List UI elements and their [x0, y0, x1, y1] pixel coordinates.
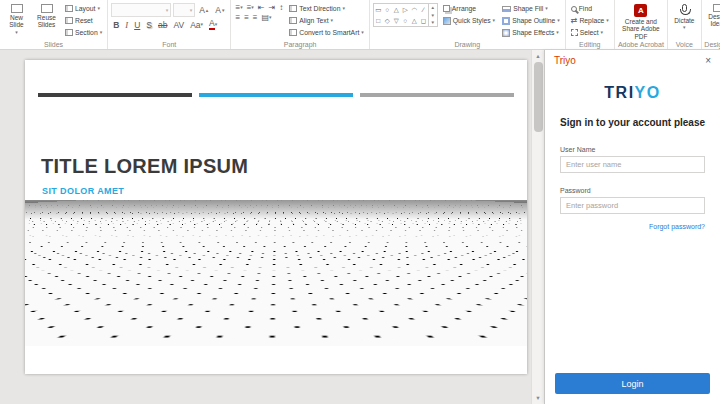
- shape-icon[interactable]: ∕: [419, 4, 428, 15]
- arrange-button[interactable]: Arrange: [441, 3, 497, 14]
- text-direction-button[interactable]: Text Direction ▾: [287, 3, 366, 14]
- section-button[interactable]: Section ▾: [63, 27, 104, 38]
- shape-icon[interactable]: △: [410, 15, 419, 26]
- gallery-down-icon[interactable]: ▼: [431, 13, 435, 18]
- strikethrough-button[interactable]: ab: [156, 18, 169, 31]
- shape-effects-button[interactable]: Shape Effects ▾: [500, 27, 562, 38]
- chevron-down-icon: ▾: [15, 30, 18, 35]
- username-input[interactable]: [560, 156, 705, 173]
- shape-icon[interactable]: ▷: [401, 4, 410, 15]
- underline-button[interactable]: U: [132, 18, 142, 31]
- text-shadow-button[interactable]: S: [144, 18, 154, 31]
- font-size-select[interactable]: ▾: [173, 3, 195, 17]
- italic-button[interactable]: I: [123, 18, 130, 31]
- bullets-button[interactable]: ≡ ▾: [234, 3, 243, 12]
- replace-button[interactable]: ⇄ Replace ▾: [569, 15, 611, 26]
- decrease-indent-button[interactable]: ⇤: [257, 3, 266, 12]
- slide-accent-bars: [38, 93, 514, 97]
- voice-group-label: Voice: [668, 41, 701, 49]
- editing-group-label: Editing: [566, 41, 614, 49]
- slide[interactable]: TITLE LOREM IPSUM SIT DOLOR AMET: [25, 60, 527, 374]
- ribbon-group-voice: Dictate ▾ Voice: [668, 0, 702, 49]
- slide-title[interactable]: TITLE LOREM IPSUM: [41, 155, 248, 178]
- shape-outline-button[interactable]: Shape Outline ▾: [500, 15, 562, 26]
- line-spacing-button[interactable]: ↕: [278, 3, 284, 12]
- shape-icon[interactable]: ◠: [410, 4, 419, 15]
- font-color-button[interactable]: A ▾: [207, 18, 219, 31]
- font-group-label: Font: [108, 41, 230, 49]
- align-center-button[interactable]: ≡: [243, 13, 250, 22]
- shape-icon[interactable]: △: [392, 4, 401, 15]
- signin-heading: Sign in to your account please: [545, 117, 720, 128]
- chevron-down-icon: ▾: [201, 22, 204, 27]
- shape-fill-button[interactable]: Shape Fill ▾: [500, 3, 562, 14]
- shape-icon[interactable]: ▭: [374, 4, 383, 15]
- grow-font-button[interactable]: A▲: [197, 4, 211, 17]
- shape-fill-icon: [502, 6, 511, 12]
- font-family-select[interactable]: ▾: [111, 3, 171, 17]
- find-button[interactable]: Find: [569, 3, 611, 14]
- shape-icon[interactable]: ▽: [392, 15, 401, 26]
- shrink-font-button[interactable]: A▼: [213, 4, 227, 17]
- chevron-down-icon: ▾: [545, 6, 548, 11]
- chevron-down-icon: ▾: [361, 30, 364, 35]
- align-left-button[interactable]: ≡: [234, 13, 241, 22]
- slides-group-label: Slides: [0, 41, 107, 49]
- slide-canvas[interactable]: TITLE LOREM IPSUM SIT DOLOR AMET: [0, 50, 531, 404]
- triyo-taskpane: Triyo × TRIYO Sign in to your account pl…: [544, 50, 720, 404]
- reuse-slides-label: Reuse Slides: [33, 14, 60, 29]
- slide-image-dots[interactable]: [25, 200, 527, 346]
- align-right-button[interactable]: ≡: [252, 13, 259, 22]
- canvas-scrollbar[interactable]: ▲ ▼: [531, 50, 544, 404]
- chevron-down-icon: ▾: [166, 8, 169, 13]
- gallery-up-icon[interactable]: ▲: [431, 5, 435, 10]
- triyo-logo: TRIYO: [545, 84, 720, 102]
- design-ideas-button[interactable]: Design Ideas: [705, 3, 720, 29]
- reuse-slides-button[interactable]: Reuse Slides: [33, 3, 60, 30]
- shape-icon[interactable]: ◻: [419, 15, 428, 26]
- change-case-button[interactable]: Aa ▾: [188, 18, 205, 31]
- align-text-button[interactable]: Align Text ▾: [287, 15, 366, 26]
- scrollbar-thumb[interactable]: [534, 62, 543, 132]
- grow-font-icon: ▲: [205, 8, 209, 13]
- shape-icon[interactable]: ◇: [383, 15, 392, 26]
- columns-button[interactable]: ▤ ▾: [260, 13, 272, 22]
- gallery-more-icon[interactable]: ▼: [431, 20, 435, 25]
- chevron-down-icon: ▾: [215, 22, 218, 27]
- numbering-button[interactable]: ≡ ▾: [246, 3, 255, 12]
- password-input[interactable]: [560, 197, 705, 214]
- create-pdf-button[interactable]: A Create and Share Adobe PDF: [618, 3, 664, 41]
- scroll-down-icon[interactable]: ▼: [535, 395, 540, 401]
- forgot-password-link[interactable]: Forgot password?: [649, 223, 705, 230]
- shape-effects-icon: [502, 29, 510, 37]
- layout-button[interactable]: Layout ▾: [63, 3, 104, 14]
- slide-subtitle[interactable]: SIT DOLOR AMET: [42, 186, 124, 196]
- bold-button[interactable]: B: [111, 18, 121, 31]
- select-button[interactable]: Select ▾: [569, 27, 611, 38]
- taskpane-title: Triyo: [554, 55, 576, 66]
- shapes-gallery-scroll[interactable]: ▲ ▼ ▼: [428, 4, 437, 26]
- chevron-down-icon: ▾: [342, 6, 345, 11]
- accent-bar-dark: [38, 93, 192, 97]
- smartart-icon: [289, 29, 297, 36]
- dictate-button[interactable]: Dictate ▾: [671, 3, 698, 31]
- chevron-down-icon: ▾: [606, 18, 609, 23]
- username-label: User Name: [560, 146, 705, 153]
- shape-icon[interactable]: □: [374, 15, 383, 26]
- convert-smartart-button[interactable]: Convert to SmartArt ▾: [287, 27, 366, 38]
- drawing-group-label: Drawing: [370, 41, 565, 49]
- close-icon[interactable]: ×: [705, 55, 711, 66]
- login-button[interactable]: Login: [555, 373, 710, 394]
- character-spacing-button[interactable]: AV: [171, 18, 186, 31]
- increase-indent-button[interactable]: ⇥: [268, 3, 277, 12]
- shape-icon[interactable]: ○: [383, 4, 392, 15]
- scroll-up-icon[interactable]: ▲: [535, 53, 540, 59]
- chevron-down-icon: ▾: [100, 30, 103, 35]
- shape-icon[interactable]: ○: [401, 15, 410, 26]
- main-area: TITLE LOREM IPSUM SIT DOLOR AMET ▲ ▼ Tri…: [0, 50, 720, 404]
- ribbon-group-designer: Design Ideas Designer: [702, 0, 720, 49]
- shapes-gallery[interactable]: ▭ ○ △ ▷ ◠ ∕ □ ◇ ▽ ○ △ ◻ ▲ ▼ ▼: [373, 3, 438, 27]
- new-slide-button[interactable]: New Slide ▾: [3, 3, 30, 36]
- reset-button[interactable]: Reset: [63, 15, 104, 26]
- quick-styles-button[interactable]: Quick Styles ▾: [441, 15, 497, 26]
